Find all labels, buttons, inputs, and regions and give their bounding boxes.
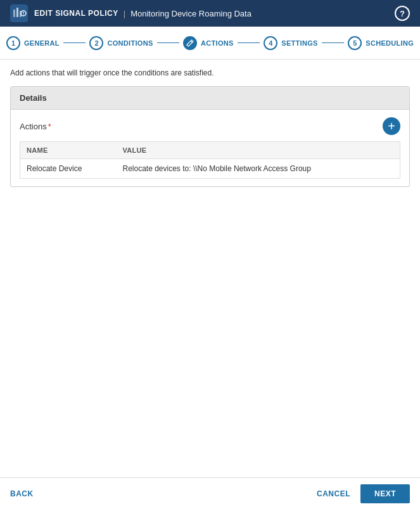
step-4-label: SETTINGS — [281, 39, 317, 47]
step-5-circle: 5 — [348, 36, 362, 50]
step-connector-4 — [322, 42, 345, 43]
footer: BACK CANCEL NEXT — [0, 477, 420, 509]
cancel-button[interactable]: CANCEL — [317, 489, 350, 498]
back-button[interactable]: BACK — [10, 489, 34, 498]
step-2-label: CONDITIONS — [107, 39, 153, 47]
signal-policy-icon — [10, 4, 28, 22]
step-1-label: GENERAL — [24, 39, 60, 47]
step-conditions[interactable]: 2 CONDITIONS — [89, 36, 153, 50]
svg-rect-1 — [13, 10, 15, 17]
table-row: Relocate DeviceRelocate devices to: \\No… — [20, 159, 400, 179]
col-name-header: NAME — [20, 142, 117, 159]
step-3-label: ACTIONS — [201, 39, 234, 47]
step-3-circle — [183, 36, 197, 50]
svg-point-6 — [23, 14, 23, 15]
next-button[interactable]: NEXT — [360, 484, 410, 503]
row-value: Relocate devices to: \\No Mobile Network… — [116, 159, 400, 179]
edit-icon — [186, 39, 194, 47]
svg-line-7 — [191, 41, 193, 42]
details-header: Details — [11, 87, 409, 110]
step-general[interactable]: 1 GENERAL — [6, 36, 60, 50]
header-divider: | — [124, 9, 125, 18]
details-body: Actions * + NAME VALUE Relocate DeviceRe… — [11, 110, 409, 186]
details-card: Details Actions * + NAME VALUE Relocate … — [10, 86, 410, 187]
step-connector-1 — [63, 42, 86, 43]
header-policy-title: Monitoring Device Roaming Data — [130, 9, 251, 18]
step-connector-2 — [157, 42, 180, 43]
step-2-circle: 2 — [89, 36, 103, 50]
actions-required: * — [48, 122, 51, 131]
svg-rect-2 — [16, 8, 18, 17]
col-value-header: VALUE — [116, 142, 400, 159]
instruction-text: Add actions that will trigger once the c… — [10, 68, 410, 77]
add-action-button[interactable]: + — [383, 117, 400, 135]
step-navigation: 1 GENERAL 2 CONDITIONS ACTIONS 4 SETTING… — [0, 27, 420, 60]
table-header-row: NAME VALUE — [20, 142, 400, 159]
footer-right: CANCEL NEXT — [317, 484, 410, 503]
step-1-circle: 1 — [6, 36, 20, 50]
header-edit-label: EDIT SIGNAL POLICY — [34, 9, 118, 18]
svg-rect-0 — [10, 4, 28, 22]
step-4-circle: 4 — [264, 36, 277, 50]
step-scheduling[interactable]: 5 SCHEDULING — [348, 36, 414, 50]
actions-table: NAME VALUE Relocate DeviceRelocate devic… — [20, 141, 400, 179]
actions-header-row: Actions * + — [20, 117, 400, 135]
step-actions[interactable]: ACTIONS — [183, 36, 234, 50]
actions-label: Actions — [20, 122, 47, 131]
step-settings[interactable]: 4 SETTINGS — [264, 36, 317, 50]
row-name: Relocate Device — [20, 159, 117, 179]
header: EDIT SIGNAL POLICY | Monitoring Device R… — [0, 0, 420, 27]
help-button[interactable]: ? — [395, 6, 410, 21]
step-5-label: SCHEDULING — [366, 39, 414, 47]
main-content: Add actions that will trigger once the c… — [0, 60, 420, 477]
step-connector-3 — [238, 42, 260, 43]
